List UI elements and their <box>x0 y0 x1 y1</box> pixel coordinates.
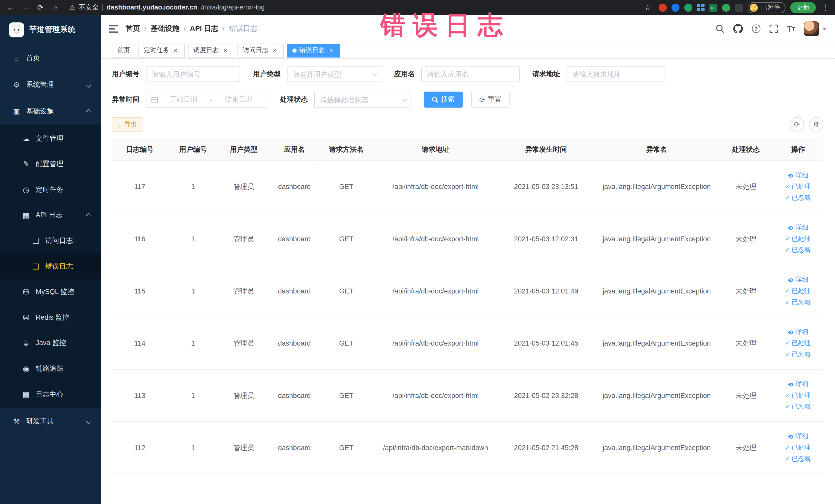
sidebar-item-label: 定时任务 <box>36 185 63 194</box>
sidebar-item-java-monitor[interactable]: ☕ Java 监控 <box>0 330 101 356</box>
screen: ← → ⟳ ⌂ ⚠ 不安全 dashboard.yudao.iocoder.cn… <box>0 0 835 504</box>
close-icon[interactable]: × <box>271 47 279 54</box>
address-bar[interactable]: ⚠ 不安全 dashboard.yudao.iocoder.cn/infra/l… <box>69 3 639 12</box>
process-status-select-input[interactable] <box>314 92 411 107</box>
sidebar-item-error-log[interactable]: ❏ 错误日志 <box>0 254 101 279</box>
mark-processed-link[interactable]: ✓已处理 <box>785 235 811 243</box>
request-url-input[interactable] <box>567 66 665 82</box>
breadcrumb: 首页 / 基础设施 / API 日志 / 错误日志 <box>126 24 258 33</box>
refresh-button[interactable]: ⟳ <box>790 117 804 132</box>
close-icon[interactable]: × <box>328 47 335 54</box>
cell-method: GET <box>320 317 373 369</box>
mark-ignored-link[interactable]: ✓已忽略 <box>785 350 811 359</box>
cell-log-id: 116 <box>112 213 168 265</box>
github-icon[interactable] <box>733 24 742 33</box>
col-exception-time: 异常发生时间 <box>498 139 594 160</box>
extension-blue-icon[interactable] <box>672 3 679 11</box>
mark-processed-link[interactable]: ✓已处理 <box>785 443 811 452</box>
profile-paused-chip[interactable]: 已暂停 <box>748 2 786 13</box>
search-button[interactable]: 搜索 <box>424 92 463 107</box>
sidebar-item-trace[interactable]: ◉ 链路追踪 <box>0 356 101 382</box>
sidebar-item-api-log[interactable]: ▤ API 日志 <box>0 202 101 228</box>
document-icon: ▤ <box>21 211 31 220</box>
sidebar-item-config-manage[interactable]: ✎ 配置管理 <box>0 151 101 177</box>
reset-button[interactable]: ⟳ 重置 <box>471 92 510 107</box>
tab-home[interactable]: 首页 <box>112 43 135 57</box>
extension-dark-icon[interactable] <box>735 3 743 11</box>
bookmark-star-icon[interactable]: ☆ <box>641 2 654 13</box>
export-button-label: 导出 <box>124 120 137 129</box>
search-icon[interactable] <box>716 24 724 33</box>
filter-app-name: 应用名 <box>394 66 520 82</box>
close-icon[interactable]: × <box>172 47 179 54</box>
cell-actions: 详细 ✓已处理 ✓已忽略 <box>773 265 823 317</box>
help-icon[interactable]: ? <box>752 24 760 33</box>
browser-home-icon[interactable]: ⌂ <box>49 2 62 13</box>
forward-icon[interactable]: → <box>19 2 32 13</box>
profile-avatar-icon <box>750 3 758 11</box>
mark-ignored-link[interactable]: ✓已忽略 <box>785 455 811 463</box>
user-type-select[interactable] <box>287 66 381 82</box>
mark-ignored-link[interactable]: ✓已忽略 <box>785 298 811 307</box>
column-settings-button[interactable]: ⚙ <box>809 117 823 132</box>
sidebar-item-scheduled-jobs[interactable]: ◷ 定时任务 <box>0 177 101 203</box>
browser-menu-icon[interactable]: ⋮ <box>821 3 831 11</box>
user-menu[interactable] <box>804 21 827 36</box>
sidebar-item-access-log[interactable]: ❏ 访问日志 <box>0 228 101 254</box>
app-name-input[interactable] <box>421 66 520 82</box>
detail-link[interactable]: 详细 <box>788 380 808 389</box>
extension-on-icon[interactable]: on <box>709 3 717 11</box>
breadcrumb-home[interactable]: 首页 <box>126 24 140 33</box>
tab-access-log[interactable]: 访问日志 × <box>238 43 284 57</box>
tab-error-log[interactable]: 错误日志 × <box>287 43 340 57</box>
fullscreen-icon[interactable] <box>769 24 778 33</box>
mark-processed-link[interactable]: ✓已处理 <box>785 182 811 191</box>
col-log-id: 日志编号 <box>112 139 168 160</box>
sidebar-item-system[interactable]: ⚙ 系统管理 <box>0 72 101 98</box>
browser-update-button[interactable]: 更新 <box>790 2 816 13</box>
filter-exception-time: 异常时间 开始日期 - 结束日期 <box>112 92 267 107</box>
mark-ignored-link[interactable]: ✓已忽略 <box>785 245 811 255</box>
sidebar-item-dev-tools[interactable]: ⚒ 研发工具 <box>0 408 101 435</box>
breadcrumb-api-log[interactable]: API 日志 <box>190 24 219 33</box>
table-tools: ⟳ ⚙ <box>790 117 823 132</box>
user-type-select-input[interactable] <box>287 66 381 82</box>
table-header-row: 日志编号 用户编号 用户类型 应用名 请求方法名 请求地址 异常发生时间 异常名… <box>112 139 823 160</box>
mark-ignored-link[interactable]: ✓已忽略 <box>785 402 811 411</box>
sidebar-item-file-manage[interactable]: ☁ 文件管理 <box>0 126 101 152</box>
mark-processed-link[interactable]: ✓已处理 <box>785 339 811 348</box>
process-status-select[interactable] <box>314 92 411 107</box>
extension-leaf-icon[interactable] <box>722 3 730 11</box>
back-icon[interactable]: ← <box>4 2 17 13</box>
reload-icon[interactable]: ⟳ <box>34 2 47 13</box>
hamburger-icon <box>108 25 118 33</box>
detail-link[interactable]: 详细 <box>788 328 808 337</box>
sidebar-item-mysql-monitor[interactable]: ⛁ MySQL 监控 <box>0 279 101 305</box>
sidebar-item-label: 错误日志 <box>45 262 73 271</box>
detail-link[interactable]: 详细 <box>788 171 808 180</box>
breadcrumb-infra[interactable]: 基础设施 <box>151 24 179 33</box>
sidebar-item-log-center[interactable]: ▤ 日志中心 <box>0 381 101 407</box>
mark-processed-link[interactable]: ✓已处理 <box>785 391 811 400</box>
sidebar-item-redis-monitor[interactable]: ⛁ Redis 监控 <box>0 305 101 330</box>
close-icon[interactable]: × <box>222 47 229 54</box>
sidebar-toggle-icon[interactable] <box>108 25 118 33</box>
export-button[interactable]: ↓ 导出 <box>112 117 143 132</box>
font-size-icon[interactable]: TT <box>787 24 795 33</box>
detail-link[interactable]: 详细 <box>788 276 808 284</box>
detail-link[interactable]: 详细 <box>788 223 808 232</box>
sidebar-item-infra[interactable]: ▣ 基础设施 <box>0 98 101 125</box>
extension-grid-icon[interactable] <box>697 4 705 11</box>
logo[interactable]: 芋道管理系统 <box>0 15 101 45</box>
tab-schedule-log[interactable]: 调度日志 × <box>188 43 234 57</box>
document-icon: ❏ <box>31 262 40 270</box>
extension-red-icon[interactable] <box>659 3 667 11</box>
mark-ignored-link[interactable]: ✓已忽略 <box>785 193 811 202</box>
date-range-picker[interactable]: 开始日期 - 结束日期 <box>146 92 267 107</box>
detail-link[interactable]: 详细 <box>788 432 808 441</box>
mark-processed-link[interactable]: ✓已处理 <box>785 286 811 296</box>
sidebar-item-home[interactable]: ⌂ 首页 <box>0 45 101 72</box>
extension-green-icon[interactable] <box>684 3 692 11</box>
tab-scheduled-jobs[interactable]: 定时任务 × <box>138 43 185 57</box>
user-id-input[interactable] <box>146 66 240 82</box>
